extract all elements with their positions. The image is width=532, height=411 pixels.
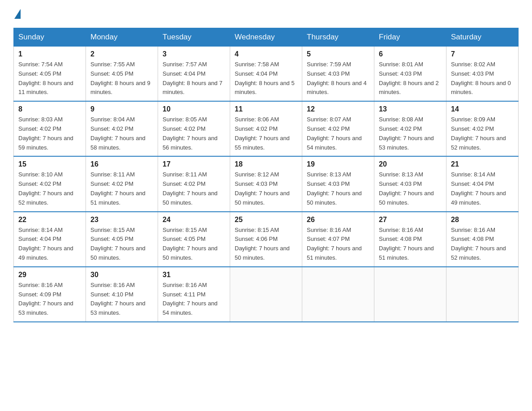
sunrise-label: Sunrise: 8:02 AM <box>451 61 495 68</box>
sunrise-label: Sunrise: 8:08 AM <box>379 116 423 123</box>
sunrise-label: Sunrise: 8:06 AM <box>235 116 279 123</box>
sunset-label: Sunset: 4:02 PM <box>18 180 61 187</box>
day-number: 31 <box>163 271 225 279</box>
day-info: Sunrise: 7:57 AM Sunset: 4:04 PM Dayligh… <box>163 60 225 97</box>
daylight-label: Daylight: 7 hours and 50 minutes. <box>379 190 434 206</box>
daylight-label: Daylight: 7 hours and 53 minutes. <box>18 300 73 316</box>
day-number: 20 <box>379 160 442 168</box>
day-info: Sunrise: 8:11 AM Sunset: 4:02 PM Dayligh… <box>90 170 153 207</box>
table-row: 15 Sunrise: 8:10 AM Sunset: 4:02 PM Dayl… <box>14 156 86 211</box>
sunrise-label: Sunrise: 8:16 AM <box>18 282 63 288</box>
sunset-label: Sunset: 4:02 PM <box>163 125 206 132</box>
sunset-label: Sunset: 4:09 PM <box>18 291 61 298</box>
sunrise-label: Sunrise: 8:14 AM <box>451 171 495 178</box>
day-number: 9 <box>90 105 153 113</box>
table-row: 4 Sunrise: 7:58 AM Sunset: 4:04 PM Dayli… <box>230 47 302 102</box>
sunrise-label: Sunrise: 8:11 AM <box>163 171 207 178</box>
sunset-label: Sunset: 4:02 PM <box>18 125 61 132</box>
table-row <box>374 267 446 322</box>
day-number: 11 <box>235 105 297 113</box>
calendar-table: Sunday Monday Tuesday Wednesday Thursday… <box>13 28 519 322</box>
day-number: 27 <box>379 216 442 224</box>
day-info: Sunrise: 8:14 AM Sunset: 4:04 PM Dayligh… <box>451 170 514 207</box>
daylight-label: Daylight: 7 hours and 50 minutes. <box>90 245 146 261</box>
daylight-label: Daylight: 7 hours and 50 minutes. <box>235 245 290 261</box>
daylight-label: Daylight: 7 hours and 52 minutes. <box>451 135 506 151</box>
table-row: 7 Sunrise: 8:02 AM Sunset: 4:03 PM Dayli… <box>446 47 519 102</box>
col-saturday: Saturday <box>446 28 519 47</box>
day-info: Sunrise: 8:02 AM Sunset: 4:03 PM Dayligh… <box>451 60 514 97</box>
sunrise-label: Sunrise: 8:01 AM <box>379 61 423 68</box>
day-info: Sunrise: 8:09 AM Sunset: 4:02 PM Dayligh… <box>451 115 514 152</box>
sunset-label: Sunset: 4:05 PM <box>18 70 61 77</box>
table-row: 16 Sunrise: 8:11 AM Sunset: 4:02 PM Dayl… <box>86 156 158 211</box>
sunrise-label: Sunrise: 8:12 AM <box>235 171 279 178</box>
table-row: 9 Sunrise: 8:04 AM Sunset: 4:02 PM Dayli… <box>86 101 158 156</box>
daylight-label: Daylight: 7 hours and 55 minutes. <box>235 135 290 151</box>
sunrise-label: Sunrise: 8:15 AM <box>163 227 207 233</box>
col-monday: Monday <box>86 28 158 47</box>
sunset-label: Sunset: 4:02 PM <box>451 125 494 132</box>
day-number: 1 <box>18 50 81 58</box>
sunrise-label: Sunrise: 8:09 AM <box>451 116 495 123</box>
calendar-week-row: 22 Sunrise: 8:14 AM Sunset: 4:04 PM Dayl… <box>14 212 519 267</box>
sunset-label: Sunset: 4:02 PM <box>235 125 278 132</box>
sunset-label: Sunset: 4:05 PM <box>163 235 206 242</box>
table-row: 27 Sunrise: 8:16 AM Sunset: 4:08 PM Dayl… <box>374 212 446 267</box>
sunset-label: Sunset: 4:06 PM <box>235 235 278 242</box>
sunset-label: Sunset: 4:10 PM <box>90 291 133 298</box>
table-row: 19 Sunrise: 8:13 AM Sunset: 4:03 PM Dayl… <box>302 156 374 211</box>
day-info: Sunrise: 8:16 AM Sunset: 4:10 PM Dayligh… <box>90 281 153 318</box>
daylight-label: Daylight: 7 hours and 49 minutes. <box>18 245 73 261</box>
day-info: Sunrise: 8:14 AM Sunset: 4:04 PM Dayligh… <box>18 226 81 263</box>
daylight-label: Daylight: 7 hours and 51 minutes. <box>90 190 146 206</box>
table-row: 14 Sunrise: 8:09 AM Sunset: 4:02 PM Dayl… <box>446 101 519 156</box>
sunrise-label: Sunrise: 8:13 AM <box>379 171 423 178</box>
col-thursday: Thursday <box>302 28 374 47</box>
col-tuesday: Tuesday <box>158 28 230 47</box>
sunrise-label: Sunrise: 8:07 AM <box>307 116 351 123</box>
day-number: 19 <box>307 160 369 168</box>
table-row <box>446 267 519 322</box>
sunset-label: Sunset: 4:03 PM <box>379 70 422 77</box>
table-row: 6 Sunrise: 8:01 AM Sunset: 4:03 PM Dayli… <box>374 47 446 102</box>
table-row: 29 Sunrise: 8:16 AM Sunset: 4:09 PM Dayl… <box>14 267 86 322</box>
col-friday: Friday <box>374 28 446 47</box>
daylight-label: Daylight: 8 hours and 2 minutes. <box>379 80 439 96</box>
day-info: Sunrise: 8:10 AM Sunset: 4:02 PM Dayligh… <box>18 170 81 207</box>
day-number: 5 <box>307 50 369 58</box>
daylight-label: Daylight: 7 hours and 58 minutes. <box>90 135 146 151</box>
sunset-label: Sunset: 4:03 PM <box>379 180 422 187</box>
day-number: 28 <box>451 216 514 224</box>
day-number: 18 <box>235 160 297 168</box>
sunset-label: Sunset: 4:03 PM <box>235 180 278 187</box>
day-info: Sunrise: 8:06 AM Sunset: 4:02 PM Dayligh… <box>235 115 297 152</box>
sunrise-label: Sunrise: 8:10 AM <box>18 171 63 178</box>
day-info: Sunrise: 8:13 AM Sunset: 4:03 PM Dayligh… <box>307 170 369 207</box>
sunset-label: Sunset: 4:03 PM <box>307 70 350 77</box>
day-number: 2 <box>90 50 153 58</box>
sunset-label: Sunset: 4:04 PM <box>18 235 61 242</box>
daylight-label: Daylight: 7 hours and 50 minutes. <box>163 245 218 261</box>
sunset-label: Sunset: 4:02 PM <box>90 125 133 132</box>
sunset-label: Sunset: 4:02 PM <box>307 125 350 132</box>
table-row <box>302 267 374 322</box>
sunrise-label: Sunrise: 7:59 AM <box>307 61 351 68</box>
daylight-label: Daylight: 7 hours and 52 minutes. <box>18 190 73 206</box>
table-row: 3 Sunrise: 7:57 AM Sunset: 4:04 PM Dayli… <box>158 47 230 102</box>
day-info: Sunrise: 8:16 AM Sunset: 4:08 PM Dayligh… <box>379 226 442 263</box>
table-row: 2 Sunrise: 7:55 AM Sunset: 4:05 PM Dayli… <box>86 47 158 102</box>
daylight-label: Daylight: 8 hours and 4 minutes. <box>307 80 367 96</box>
sunrise-label: Sunrise: 8:05 AM <box>163 116 207 123</box>
daylight-label: Daylight: 8 hours and 9 minutes. <box>90 80 150 96</box>
day-info: Sunrise: 8:16 AM Sunset: 4:07 PM Dayligh… <box>307 226 369 263</box>
table-row: 22 Sunrise: 8:14 AM Sunset: 4:04 PM Dayl… <box>14 212 86 267</box>
day-info: Sunrise: 8:01 AM Sunset: 4:03 PM Dayligh… <box>379 60 442 97</box>
daylight-label: Daylight: 7 hours and 51 minutes. <box>379 245 434 261</box>
logo <box>13 9 21 19</box>
day-number: 26 <box>307 216 369 224</box>
sunset-label: Sunset: 4:11 PM <box>163 291 206 298</box>
sunrise-label: Sunrise: 8:15 AM <box>90 227 135 233</box>
day-number: 16 <box>90 160 153 168</box>
day-info: Sunrise: 7:54 AM Sunset: 4:05 PM Dayligh… <box>18 60 81 97</box>
